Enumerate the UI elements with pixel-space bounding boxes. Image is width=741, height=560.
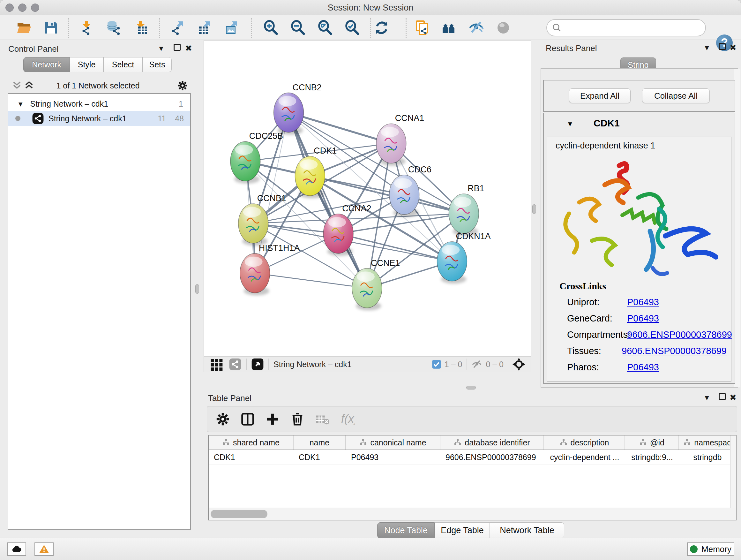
- table-cell[interactable]: 9606.ENSP00000378699: [441, 450, 544, 464]
- column-header[interactable]: description: [544, 435, 625, 449]
- panel-menu-icon[interactable]: ▾: [702, 393, 712, 402]
- tab-style[interactable]: Style: [70, 57, 104, 72]
- first-neighbors-button[interactable]: [441, 20, 457, 36]
- table-row[interactable]: CDK1CDK1P064939606.ENSP00000378699cyclin…: [209, 450, 736, 465]
- warning-button[interactable]: [35, 543, 54, 556]
- plus-icon: [265, 412, 280, 427]
- save-button[interactable]: [44, 20, 59, 36]
- column-header[interactable]: namespac: [679, 435, 736, 449]
- zoom-in-icon: [263, 20, 278, 36]
- right-splitter-handle[interactable]: [532, 204, 536, 214]
- trash-button[interactable]: [290, 412, 305, 427]
- cloud-button[interactable]: [7, 543, 26, 556]
- network-edge[interactable]: [255, 273, 367, 288]
- search-input[interactable]: [562, 23, 696, 33]
- birds-eye-view-icon[interactable]: [251, 358, 264, 371]
- export-network-button[interactable]: [170, 20, 185, 36]
- memory-button[interactable]: Memory: [687, 543, 734, 556]
- expand-all-button[interactable]: Expand All: [569, 88, 630, 103]
- zoom-out-button[interactable]: [290, 20, 306, 36]
- gear-icon[interactable]: [177, 80, 188, 91]
- selected-checkbox-icon[interactable]: [432, 360, 441, 369]
- open-file-button[interactable]: [16, 20, 31, 36]
- network-collection-row[interactable]: ▾ String Network – cdk1 1: [8, 97, 190, 111]
- zoom-selected-button[interactable]: [344, 20, 360, 36]
- tab-edge-table[interactable]: Edge Table: [434, 522, 490, 538]
- hscrollbar-thumb[interactable]: [211, 510, 267, 518]
- column-header[interactable]: shared name: [209, 435, 293, 449]
- entry-expander-icon[interactable]: ▾: [568, 119, 572, 128]
- panel-close-icon[interactable]: ✖: [728, 43, 738, 52]
- collection-expander-icon[interactable]: ▾: [18, 99, 23, 109]
- crosslink-link[interactable]: 9606.ENSP00000378699: [627, 329, 732, 340]
- tab-select[interactable]: Select: [104, 57, 143, 72]
- table-cell[interactable]: stringdb: [679, 450, 736, 464]
- table-cell[interactable]: P06493: [346, 450, 441, 464]
- panel-float-icon[interactable]: [718, 42, 727, 52]
- table-cell[interactable]: stringdb:9...: [625, 450, 679, 464]
- network-node[interactable]: CDK1: [295, 146, 337, 198]
- crosslink-label: Uniprot:: [567, 297, 627, 307]
- network-edge[interactable]: [289, 113, 391, 144]
- column-header[interactable]: name: [293, 435, 346, 449]
- crosslink-link[interactable]: 9606.ENSP00000378699: [622, 346, 727, 356]
- import-table-button[interactable]: [133, 20, 148, 36]
- plus-button[interactable]: [265, 412, 280, 427]
- import-database-button[interactable]: [106, 20, 121, 36]
- export-table-button[interactable]: [197, 20, 212, 36]
- column-header[interactable]: canonical name: [346, 435, 441, 449]
- show-all-button[interactable]: [495, 20, 511, 36]
- gear-button[interactable]: [215, 412, 230, 427]
- crosslink-link[interactable]: P06493: [627, 362, 659, 373]
- table-vscrollbar[interactable]: [730, 435, 736, 508]
- column-header[interactable]: database identifier: [441, 435, 544, 449]
- column-header[interactable]: @id: [625, 435, 679, 449]
- app-window: Session: New Session ? Control Panel ▾ ✖…: [0, 0, 741, 560]
- collapse-all-button[interactable]: Collapse All: [642, 88, 710, 103]
- panel-float-icon[interactable]: [172, 43, 182, 52]
- table-hscrollbar[interactable]: [209, 508, 736, 520]
- panel-close-icon[interactable]: ✖: [728, 393, 738, 402]
- panel-menu-icon[interactable]: ▾: [156, 44, 166, 53]
- tab-network[interactable]: Network: [23, 57, 70, 72]
- import-network-button[interactable]: [79, 20, 94, 36]
- hide-selected-button[interactable]: [468, 20, 484, 36]
- panel-close-icon[interactable]: ✖: [184, 44, 193, 53]
- control-panel: Control Panel ▾ ✖ NetworkStyleSelectSets…: [3, 40, 191, 537]
- zoom-in-button[interactable]: [263, 20, 278, 36]
- network-node[interactable]: CDKN1A: [437, 232, 491, 284]
- table-cell[interactable]: cyclin-dependent ...: [544, 450, 625, 464]
- crosslink-link[interactable]: P06493: [627, 297, 659, 307]
- tab-sets[interactable]: Sets: [143, 57, 172, 72]
- refresh-button[interactable]: [374, 20, 389, 36]
- export-image-button[interactable]: [224, 20, 240, 36]
- grid-view-icon[interactable]: [210, 358, 223, 371]
- export-network-icon: [170, 20, 185, 36]
- table-cell[interactable]: CDK1: [293, 450, 346, 464]
- network-node[interactable]: RB1: [449, 184, 484, 236]
- network-edge[interactable]: [289, 113, 367, 288]
- zoom-fit-button[interactable]: [317, 20, 333, 36]
- network-canvas[interactable]: CCNB2 CCNA1 CDC25B: [204, 40, 531, 356]
- panel-menu-icon[interactable]: ▾: [702, 43, 712, 52]
- export-image-icon: [224, 20, 240, 36]
- panel-float-icon[interactable]: [718, 392, 727, 401]
- tab-node-table[interactable]: Node Table: [377, 522, 434, 538]
- fit-content-icon[interactable]: [512, 357, 526, 371]
- network-snapshot-button[interactable]: [414, 20, 429, 36]
- search-box[interactable]: [546, 19, 706, 37]
- crosslink-link[interactable]: P06493: [627, 313, 659, 324]
- tab-network-table[interactable]: Network Table: [490, 522, 564, 538]
- network-node[interactable]: CCNA1: [376, 113, 424, 166]
- network-node[interactable]: CCNE1: [352, 258, 400, 311]
- network-node[interactable]: HIST1H1A: [240, 243, 300, 296]
- network-row[interactable]: String Network – cdk1 11 48: [8, 111, 190, 126]
- string-badge-icon[interactable]: [229, 358, 242, 371]
- columns-button[interactable]: [240, 412, 255, 427]
- table-cell[interactable]: CDK1: [209, 450, 293, 464]
- node-label: HIST1H1A: [259, 243, 300, 253]
- import-table-icon: [133, 20, 148, 36]
- bottom-splitter-handle[interactable]: [466, 386, 476, 389]
- left-splitter-handle[interactable]: [195, 284, 199, 294]
- node-label: CDKN1A: [456, 232, 490, 241]
